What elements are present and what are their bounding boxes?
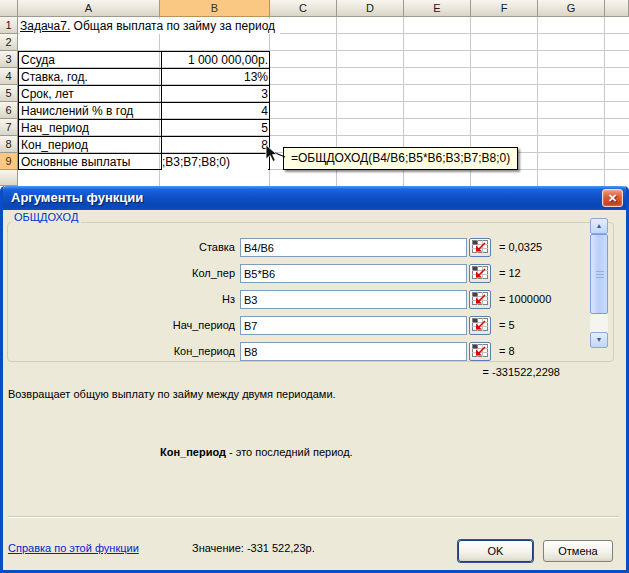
collapse-dialog-button[interactable]	[469, 342, 491, 361]
function-arguments-dialog: Аргументы функции ✕ ОБЩДОХОД Ставка = 0,	[0, 186, 629, 573]
scroll-down-icon: ▼	[596, 336, 603, 343]
row-header-3[interactable]: 3	[0, 51, 18, 68]
table-border-line	[19, 153, 269, 154]
column-header-partial[interactable]	[605, 0, 629, 17]
scroll-down-button[interactable]: ▼	[590, 332, 608, 348]
collapse-dialog-button[interactable]	[469, 238, 491, 257]
field-result-rate: = 0,0325	[499, 241, 542, 254]
function-name-label: ОБЩДОХОД	[11, 211, 81, 223]
cell-a8[interactable]: Кон_период	[21, 138, 158, 153]
function-description: Возвращает общую выплату по займу между …	[8, 388, 336, 400]
cell-b5[interactable]: 3	[162, 87, 268, 102]
range-select-icon	[472, 344, 488, 357]
table-border-line	[19, 119, 269, 120]
argument-help-text: - это последний период.	[226, 446, 353, 458]
row-header-1[interactable]: 1	[0, 17, 18, 34]
column-header-g[interactable]: G	[538, 0, 605, 17]
column-header-d[interactable]: D	[337, 0, 404, 17]
formula-tooltip: =ОБЩДОХОД(B4/B6;B5*B6;B3;B7;B8;0)	[283, 147, 518, 170]
a1-underlined-text: Задача7.	[20, 19, 70, 33]
cell-a3[interactable]: Ссуда	[21, 53, 158, 68]
dialog-body: ОБЩДОХОД Ставка = 0,0325 Кол_пер	[3, 210, 626, 570]
excel-window: A B C D E F G 1 2 3 4 5 6 7 8 9 Задача7.…	[0, 0, 629, 573]
row-header-7[interactable]: 7	[0, 119, 18, 136]
gridline	[604, 17, 605, 187]
cell-b3[interactable]: 1 000 000,00р.	[162, 53, 268, 68]
row-header-8[interactable]: 8	[0, 136, 18, 153]
field-label-start-period: Нач_период	[63, 319, 235, 332]
row-header-2[interactable]: 2	[0, 34, 18, 51]
column-header-c[interactable]: C	[270, 0, 337, 17]
table-border-line	[19, 68, 269, 69]
cell-b8[interactable]: 8	[162, 138, 268, 153]
field-label-end-period: Кон_период	[63, 345, 235, 358]
argument-name: Кон_период	[160, 446, 226, 458]
field-input-end-period[interactable]	[240, 342, 467, 361]
dialog-scrollbar[interactable]: ▲ ▼	[590, 218, 608, 348]
range-select-icon	[472, 318, 488, 331]
column-header-e[interactable]: E	[404, 0, 471, 17]
function-help-link[interactable]: Справка по этой функции	[8, 542, 139, 554]
argument-help: Кон_период - это последний период.	[160, 446, 353, 458]
ok-button[interactable]: OK	[458, 540, 533, 562]
cell-a6[interactable]: Начислений % в год	[21, 104, 158, 119]
gridline	[537, 17, 538, 187]
range-select-icon	[472, 292, 488, 305]
formula-total-result: = -331522,2298	[383, 366, 560, 378]
mouse-cursor-icon	[260, 143, 288, 165]
collapse-dialog-button[interactable]	[469, 264, 491, 283]
row-header-9[interactable]: 9	[0, 153, 18, 170]
column-header-a[interactable]: A	[18, 0, 160, 17]
dialog-title: Аргументы функции	[11, 190, 143, 205]
field-label-rate: Ставка	[63, 241, 235, 254]
thumb-grip	[596, 271, 604, 278]
row-header-5[interactable]: 5	[0, 85, 18, 102]
cell-b9-formula-edit[interactable]: ;B3;B7;B8;0)	[162, 155, 268, 170]
cell-a9[interactable]: Основные выплаты	[21, 155, 158, 170]
row-header-10-partial[interactable]	[0, 170, 18, 186]
field-result-end-period: = 8	[499, 345, 515, 358]
table-border-line	[19, 136, 269, 137]
cell-a7[interactable]: Нач_период	[21, 121, 158, 136]
cell-b6[interactable]: 4	[162, 104, 268, 119]
collapse-dialog-button[interactable]	[469, 316, 491, 335]
scroll-up-icon: ▲	[596, 222, 603, 229]
table-border-line	[19, 102, 269, 103]
cell-a4[interactable]: Ставка, год.	[21, 70, 158, 85]
close-button[interactable]: ✕	[602, 189, 623, 207]
cell-b4[interactable]: 13%	[162, 70, 268, 85]
scroll-up-button[interactable]: ▲	[590, 218, 608, 234]
cell-a1-title[interactable]: Задача7. Общая выплата по займу за перио…	[20, 19, 280, 34]
row-header-4[interactable]: 4	[0, 68, 18, 85]
field-input-nper[interactable]	[240, 264, 467, 283]
column-header-f[interactable]: F	[471, 0, 538, 17]
a1-rest-text: Общая выплата по займу за период	[70, 19, 275, 33]
cell-b7[interactable]: 5	[162, 121, 268, 136]
field-input-rate[interactable]	[240, 238, 467, 257]
select-all-corner[interactable]	[0, 0, 18, 17]
table-border-line	[19, 85, 269, 86]
range-select-icon	[472, 266, 488, 279]
scrollbar-thumb[interactable]	[590, 234, 608, 314]
field-result-start-period: = 5	[499, 319, 515, 332]
separator-line	[8, 516, 619, 518]
dialog-titlebar[interactable]: Аргументы функции ✕	[3, 186, 626, 210]
collapse-dialog-button[interactable]	[469, 290, 491, 309]
close-icon: ✕	[608, 192, 617, 204]
field-result-pv: = 1000000	[499, 293, 551, 306]
cell-a5[interactable]: Срок, лет	[21, 87, 158, 102]
cancel-button[interactable]: Отмена	[543, 540, 613, 562]
field-input-start-period[interactable]	[240, 316, 467, 335]
column-header-b[interactable]: B	[160, 0, 270, 17]
field-label-nper: Кол_пер	[63, 267, 235, 280]
range-select-icon	[472, 240, 488, 253]
field-label-pv: Нз	[63, 293, 235, 306]
value-result-text: Значение: -331 522,23р.	[192, 542, 315, 554]
field-input-pv[interactable]	[240, 290, 467, 309]
row-header-6[interactable]: 6	[0, 102, 18, 119]
field-result-nper: = 12	[499, 267, 521, 280]
